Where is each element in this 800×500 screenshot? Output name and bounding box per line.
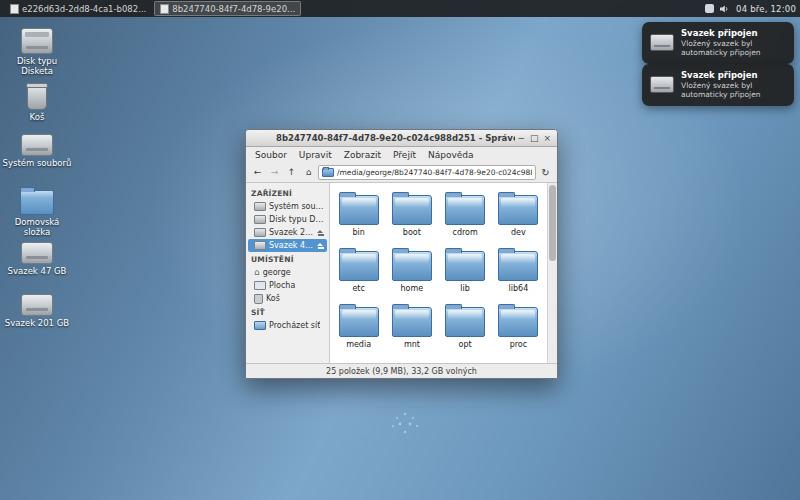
file-item-boot[interactable]: boot: [385, 191, 438, 237]
maximize-button[interactable]: □: [530, 134, 539, 143]
taskbar-button-label: 8b247740-84f7-4d78-9e20...: [172, 4, 295, 14]
notification-title: Svazek připojen: [681, 70, 786, 80]
folder-icon: [392, 195, 432, 225]
up-button[interactable]: ↑: [284, 165, 299, 179]
vertical-scrollbar[interactable]: [547, 183, 557, 363]
drive-icon: [650, 34, 674, 51]
forward-button[interactable]: →: [267, 165, 282, 179]
sidebar-header-network: SÍŤ: [246, 305, 329, 319]
menu-file[interactable]: Soubor: [249, 150, 293, 160]
sidebar-item-desktop[interactable]: Plocha: [248, 279, 327, 292]
sidebar-item-filesystem[interactable]: Systém souborů: [248, 200, 327, 213]
file-item-bin[interactable]: bin: [332, 191, 385, 237]
sidebar-item-trash[interactable]: Koš: [248, 292, 327, 305]
folder-icon: [339, 307, 379, 337]
file-item-lib64[interactable]: lib64: [492, 247, 545, 293]
back-button[interactable]: ←: [250, 165, 265, 179]
sidebar: ZAŘÍZENÍ Systém souborů Disk typu Disket…: [246, 183, 330, 363]
drive-icon: [650, 76, 674, 93]
file-list-view[interactable]: bin boot cdrom dev: [330, 183, 547, 363]
taskbar-button-2[interactable]: 8b247740-84f7-4d78-9e20...: [154, 1, 301, 16]
menu-view[interactable]: Zobrazit: [338, 150, 387, 160]
file-label: opt: [439, 340, 492, 349]
folder-icon: [392, 251, 432, 281]
folder-icon: [445, 251, 485, 281]
file-label: bin: [332, 228, 385, 237]
home-button[interactable]: ⌂: [301, 165, 316, 179]
file-item-mnt[interactable]: mnt: [385, 303, 438, 349]
desktop-icon-label: Disk typu Disketa: [2, 57, 72, 77]
file-item-cdrom[interactable]: cdrom: [439, 191, 492, 237]
taskbar-button-label: e226d63d-2dd8-4ca1-b082...: [22, 4, 146, 14]
menu-bar: Soubor Upravit Zobrazit Přejít Nápověda: [246, 147, 557, 162]
clock[interactable]: 04 bře, 12:00: [736, 4, 796, 14]
file-label: etc: [332, 284, 385, 293]
eject-icon[interactable]: [317, 243, 324, 249]
desktop-icon-floppy-disk[interactable]: Disk typu Disketa: [2, 26, 72, 77]
notification-title: Svazek připojen: [681, 28, 786, 38]
window-titlebar[interactable]: 8b247740-84f7-4d78-9e20-c024c988d251 - S…: [246, 130, 557, 147]
path-bar[interactable]: /media/george/8b247740-84f7-4d78-9e20-c0…: [318, 165, 536, 180]
file-label: lib64: [492, 284, 545, 293]
floppy-drive-icon: [21, 28, 53, 54]
scrollbar-thumb[interactable]: [549, 185, 556, 261]
window-page-icon: [10, 4, 19, 14]
menu-go[interactable]: Přejít: [387, 150, 422, 160]
sidebar-item-label: Plocha: [269, 281, 295, 290]
sidebar-item-volume-47[interactable]: Svazek 47 GB: [248, 239, 327, 252]
menu-help[interactable]: Nápověda: [422, 150, 480, 160]
trash-icon: [254, 294, 263, 304]
folder-icon: [392, 307, 432, 337]
desktop-icon: [254, 281, 266, 290]
trash-icon: [27, 86, 47, 110]
indicator-icon[interactable]: [705, 4, 714, 13]
desktop-icon-home[interactable]: Domovská složka: [2, 186, 72, 238]
folder-icon: [322, 168, 334, 177]
file-item-proc[interactable]: proc: [492, 303, 545, 349]
desktop-icon-label: Systém souborů: [2, 159, 72, 169]
desktop-icon-trash[interactable]: Koš: [2, 82, 72, 123]
file-item-media[interactable]: media: [332, 303, 385, 349]
folder-icon: [445, 307, 485, 337]
notification-volume-mounted-2[interactable]: Svazek připojen Vložený svazek byl autom…: [642, 64, 794, 106]
file-label: boot: [385, 228, 438, 237]
path-text: /media/george/8b247740-84f7-4d78-9e20-c0…: [337, 168, 532, 177]
toolbar: ← → ↑ ⌂ /media/george/8b247740-84f7-4d78…: [246, 162, 557, 183]
file-label: mnt: [385, 340, 438, 349]
sidebar-item-volume-201[interactable]: Svazek 201 GB: [248, 226, 327, 239]
minimize-button[interactable]: −: [517, 134, 525, 143]
sidebar-item-browse-network[interactable]: Procházet síť: [248, 319, 327, 332]
desktop-icon-label: Svazek 47 GB: [2, 267, 72, 277]
sidebar-item-label: george: [263, 268, 291, 277]
file-item-dev[interactable]: dev: [492, 191, 545, 237]
close-button[interactable]: ×: [543, 134, 551, 143]
home-icon: ⌂: [254, 269, 260, 276]
sidebar-item-label: Svazek 201 GB: [269, 228, 314, 237]
file-item-etc[interactable]: etc: [332, 247, 385, 293]
sidebar-item-home[interactable]: ⌂ george: [248, 266, 327, 279]
folder-icon: [498, 251, 538, 281]
desktop-icon-volume-201[interactable]: Svazek 201 GB: [2, 292, 72, 329]
menu-edit[interactable]: Upravit: [293, 150, 338, 160]
file-item-home[interactable]: home: [385, 247, 438, 293]
hard-drive-icon: [21, 294, 53, 316]
drive-icon: [254, 241, 266, 250]
file-label: media: [332, 340, 385, 349]
window-page-icon: [160, 4, 169, 14]
volume-icon[interactable]: [719, 4, 729, 14]
sidebar-item-floppy[interactable]: Disk typu Disketa: [248, 213, 327, 226]
xubuntu-logo: [388, 410, 422, 440]
desktop-icon-volume-47[interactable]: Svazek 47 GB: [2, 240, 72, 277]
taskbar-button-1[interactable]: e226d63d-2dd8-4ca1-b082...: [4, 1, 152, 16]
file-item-opt[interactable]: opt: [439, 303, 492, 349]
desktop[interactable]: e226d63d-2dd8-4ca1-b082... 8b247740-84f7…: [0, 0, 800, 500]
sidebar-item-label: Procházet síť: [269, 321, 320, 330]
drive-icon: [254, 228, 266, 237]
notification-volume-mounted-1[interactable]: Svazek připojen Vložený svazek byl autom…: [642, 22, 794, 64]
eject-icon[interactable]: [317, 230, 324, 236]
folder-icon: [339, 251, 379, 281]
home-folder-icon: [20, 190, 54, 215]
desktop-icon-filesystem[interactable]: Systém souborů: [2, 132, 72, 169]
file-item-lib[interactable]: lib: [439, 247, 492, 293]
reload-button[interactable]: ↻: [538, 165, 553, 179]
